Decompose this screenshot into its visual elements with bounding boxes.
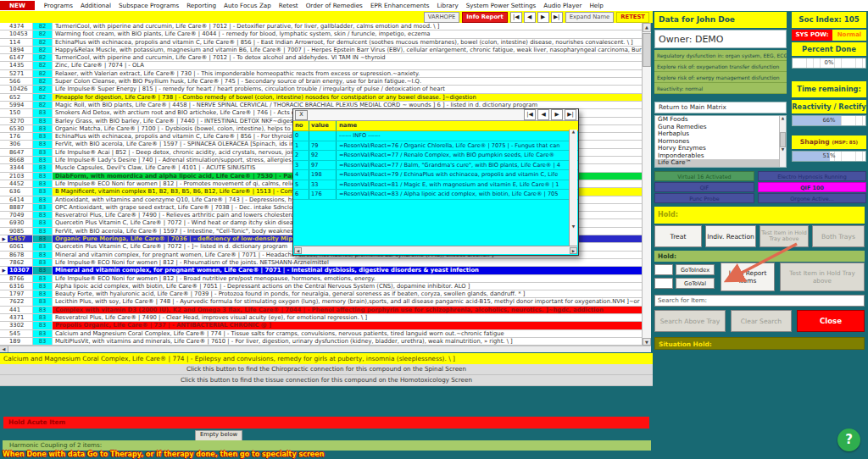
menu-item[interactable]: Audio Player <box>543 2 581 9</box>
qif-button[interactable]: QIF <box>654 182 754 192</box>
menu-item[interactable]: Reporting <box>186 2 216 9</box>
table-row[interactable]: 114 82 EchinaPlus with echinacea, propol… <box>0 39 642 47</box>
goto-index-button[interactable]: GoToIndex <box>676 264 715 275</box>
table-row[interactable]: 6147 82 TurmeriCool, with piperine and c… <box>0 54 642 62</box>
both-trays-button[interactable]: Both Trays <box>812 225 865 247</box>
scroll-left-icon[interactable]: ◀ <box>0 346 8 352</box>
record-nav-button[interactable]: ◀ <box>524 12 536 23</box>
popup-row[interactable]: 6 176 =ResonVal/React=83 / Alpha lipoic … <box>293 190 578 200</box>
search-input[interactable]: Search for Item: <box>654 295 865 307</box>
table-row[interactable]: 1894 82 Happy&Relax Muscle, with potassi… <box>0 47 642 54</box>
menu-item[interactable]: Subspace Programs <box>119 2 179 9</box>
table-row[interactable]: 7862 83 Life Impulse® ECO Noni for women… <box>0 259 642 267</box>
situation-hold-bar[interactable]: Situation Hold: <box>654 337 865 350</box>
menu-item[interactable]: System Power Settings <box>466 2 537 9</box>
hold-field-yellow[interactable]: Hold: <box>654 207 865 224</box>
table-horizontal-scrollbar[interactable]: ◀ <box>0 346 651 352</box>
info-report-button[interactable]: Info Report <box>462 12 507 23</box>
popup-horizontal-scrollbar[interactable]: ◀ ▶ <box>294 246 577 254</box>
table-row[interactable]: 7622 83 Lecithin Plus, with soy, Life Ca… <box>0 298 642 306</box>
matrix-listbox[interactable]: GM Foods Guna Remedies Herbaplus Hormone… <box>654 115 787 168</box>
table-row[interactable]: 8766 83 Life Impulse® ECO Noni for women… <box>0 275 642 283</box>
reactivity-rectify-label: Reactivity / Rectify <box>792 100 866 113</box>
popup-row[interactable]: 4 198 =ResonVal/React=79 / EchinaPlus wi… <box>293 170 578 180</box>
row-index: 8647 <box>8 149 33 156</box>
popup-row[interactable]: 5 33 =ResonVal/React=81 / Magic E, with … <box>293 180 578 191</box>
popup-row[interactable]: 3 97 =ResonVal/React=77 / Balm, "Grandma… <box>293 161 578 171</box>
chiropractic-link-row[interactable]: Click this button to find the Chiropract… <box>0 364 653 375</box>
popup-scroll-left-icon[interactable]: ◀ <box>294 247 302 254</box>
hold-acute-bar[interactable]: Hold Acute Item <box>3 417 649 429</box>
return-main-matrix-button[interactable]: Return to Main Matrix <box>654 102 787 113</box>
homotoxicology-link-row[interactable]: Click this button to find the tissue con… <box>0 375 653 386</box>
table-row[interactable]: 545 83 Calcium and Magnesium Coral Compl… <box>0 330 642 338</box>
popup-row[interactable]: 1 79 =ResonVal/React=76 / Organic Chlore… <box>293 141 578 152</box>
table-row[interactable]: 441 83 Complex with vitamin D3 (2000 IU)… <box>0 307 642 314</box>
menu-item[interactable]: Programs <box>44 2 73 9</box>
table-row[interactable]: 189 83 MultiPlusVit, with vitamins and m… <box>0 338 642 346</box>
goto-val-button[interactable]: GoToVal <box>676 278 715 289</box>
test-item-hold-tray-wide-button[interactable]: Test Item in Hold Tray above <box>780 263 865 291</box>
table-row[interactable]: 4374 82 TurmeriCool, with piperine and c… <box>0 23 642 30</box>
matrix-list-item[interactable]: Life Care™ <box>655 159 786 167</box>
menu-new-button[interactable]: NEW <box>0 1 35 10</box>
orgone-active-button[interactable]: Orgone Active... <box>758 193 866 203</box>
indiv-reaction-button[interactable]: Indiv. Reaction <box>705 225 756 247</box>
popup-nav-button[interactable]: ◀ <box>537 109 549 120</box>
popup-nav-button[interactable]: ▶| <box>565 109 576 120</box>
electro-running-button[interactable]: Electro Hypnosis Running <box>758 171 866 181</box>
table-row[interactable]: ▶ 10307 83 Mineral and vitamin complex, … <box>0 267 642 274</box>
popup-scroll-right-icon[interactable]: ▶ <box>570 247 577 254</box>
menu-item[interactable]: Help <box>589 2 603 9</box>
hold-field-green[interactable]: Hold: <box>654 251 865 262</box>
table-row[interactable]: 1435 82 Zinc, Life Care® | 7074 | - OLA <box>0 62 642 69</box>
search-above-tray-button[interactable]: Search Above Tray <box>654 310 726 332</box>
treat-button[interactable]: Treat <box>654 225 702 247</box>
record-nav-button[interactable]: |◀ <box>510 12 522 23</box>
listbox-scrollbar[interactable]: ▲▼ <box>779 116 786 167</box>
table-row[interactable]: 1797 83 Beauty Forte, with hyaluronic ac… <box>0 290 642 298</box>
scroll-thumb[interactable] <box>643 33 651 67</box>
table-row[interactable]: 3302 83 Propolis Organic, Life Care® | 7… <box>0 322 642 329</box>
table-row[interactable]: 5271 82 Relaxer, with Valerian extract, … <box>0 70 642 78</box>
table-vertical-scrollbar[interactable]: ▲ ▼ <box>642 23 651 346</box>
menu-item[interactable]: Order of Remedies <box>306 2 363 9</box>
shaping-label: Shaping (MSP: 85) <box>792 135 866 149</box>
varhope-button[interactable]: VARHOPE <box>424 12 459 23</box>
row-marker <box>0 290 8 297</box>
popup-nav-button[interactable]: ▶ <box>551 109 563 120</box>
popup-close-icon[interactable]: X <box>295 110 308 120</box>
menu-item[interactable]: Retest <box>279 2 298 9</box>
scroll-up-icon[interactable]: ▲ <box>643 23 651 32</box>
record-nav-button[interactable]: ▶| <box>551 12 563 23</box>
scroll-down-icon[interactable]: ▼ <box>643 338 651 346</box>
menu-item[interactable]: Auto Focus Zap <box>224 2 271 9</box>
menu-item[interactable]: Library <box>437 2 459 9</box>
table-row[interactable]: 10426 82 Life Impulse® Super Energy | 81… <box>0 86 642 93</box>
menu-item[interactable]: Additional <box>81 2 111 9</box>
table-row[interactable]: 10453 82 Warming foot cream, with BIO pl… <box>0 30 642 38</box>
popup-vertical-scrollbar[interactable]: ▲▼ <box>569 130 577 246</box>
table-row[interactable]: 4371 83 Resveratrol Plus, Life Care® | 7… <box>0 314 642 322</box>
value-input[interactable] <box>654 278 673 289</box>
load-report-items-button[interactable]: Load Report Items <box>721 263 775 291</box>
expand-name-button[interactable]: Expand Name <box>565 12 615 23</box>
test-item-hold-tray-button[interactable]: Test Item in Hold Tray above <box>760 225 809 247</box>
menu-item[interactable]: EPR Enhancements <box>370 2 430 9</box>
clear-search-button[interactable]: Clear Search <box>731 310 792 332</box>
qif-100-button[interactable]: QIF 100 <box>758 182 866 192</box>
row-marker <box>0 196 8 203</box>
table-row[interactable]: 566 82 Super Colon Cleanse, with BIO Psy… <box>0 78 642 86</box>
virtual-activated-button[interactable]: Virtual 16 Activated <box>654 171 754 181</box>
index-input[interactable] <box>654 264 673 275</box>
close-button[interactable]: Close <box>797 310 865 332</box>
record-nav-button[interactable]: ▶ <box>537 12 549 23</box>
popup-row[interactable]: 0 ------ INFO ------ <box>293 131 578 141</box>
table-row[interactable]: 6316 83 Alpha lipoic acid complex, with … <box>0 283 642 290</box>
help-icon[interactable]: ? <box>837 429 860 451</box>
punc-probe-button[interactable]: Punc Probe <box>654 193 754 203</box>
retest-button[interactable]: RETEST <box>616 12 649 23</box>
table-row[interactable]: 652 82 Pineapple for digestion, Life Car… <box>0 94 642 102</box>
popup-nav-button[interactable]: |◀ <box>524 109 536 120</box>
popup-row[interactable]: 2 92 =ResonVal/React=77 / Renalo Complex… <box>293 151 578 161</box>
